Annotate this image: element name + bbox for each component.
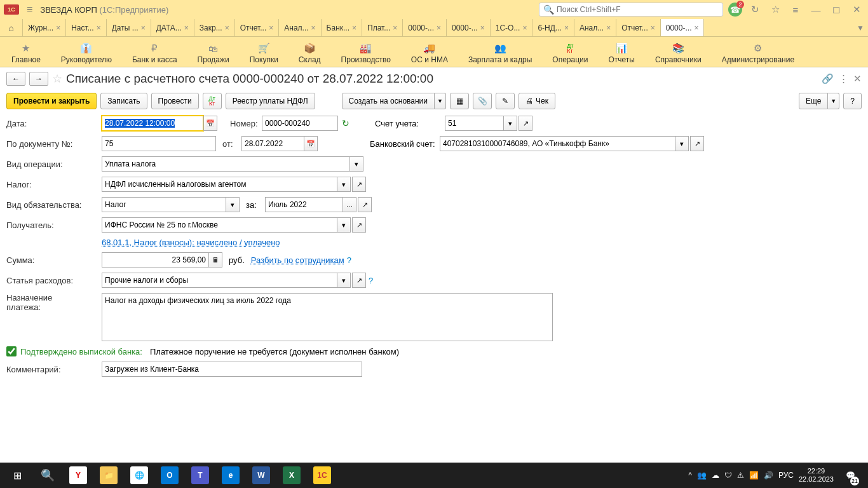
open-icon[interactable]: ↗ [352, 177, 366, 192]
nav-item[interactable]: 🚚ОС и НМА [407, 40, 452, 67]
tab-close-icon[interactable]: × [606, 24, 611, 32]
tab[interactable]: Плат...× [362, 19, 403, 36]
more-icon[interactable]: ⋮ [839, 73, 848, 85]
tab[interactable]: Закр...× [194, 19, 235, 36]
chevron-down-icon[interactable]: ▾ [337, 273, 351, 288]
tab[interactable]: Анал...× [279, 19, 321, 36]
tab-close-icon[interactable]: × [184, 24, 189, 32]
calendar-icon[interactable]: 📅 [304, 136, 318, 151]
tab-close-icon[interactable]: × [393, 24, 397, 32]
amount-input[interactable] [102, 252, 208, 268]
docnum-input[interactable] [102, 136, 216, 151]
tab-close-icon[interactable]: × [564, 24, 569, 32]
explorer-icon[interactable]: 📁 [94, 463, 123, 488]
tray-volume-icon[interactable]: 🔊 [764, 471, 773, 480]
attach-button[interactable]: 📎 [473, 93, 492, 109]
open-icon[interactable]: ↗ [519, 116, 532, 131]
create-based-button[interactable]: Создать на основании ▼ [342, 93, 447, 109]
check-button[interactable]: 🖨Чек [519, 93, 555, 109]
za-input[interactable] [265, 197, 342, 212]
calendar-icon[interactable]: 📅 [203, 116, 217, 131]
tab-close-icon[interactable]: × [141, 24, 146, 32]
obligation-input[interactable] [102, 197, 226, 212]
tab-close-icon[interactable]: × [269, 24, 273, 32]
tab-close-icon[interactable]: × [651, 24, 655, 32]
chevron-down-icon[interactable]: ▼ [828, 93, 839, 109]
outlook-icon[interactable]: O [155, 463, 184, 488]
nav-item[interactable]: 📚Справочники [651, 40, 705, 67]
tab-close-icon[interactable]: × [352, 24, 356, 32]
tray-teams-icon[interactable]: 👥 [697, 471, 707, 480]
tab[interactable]: Журн...× [23, 19, 66, 36]
notifications-icon[interactable]: ☎ [728, 3, 742, 17]
refresh-icon[interactable]: ↻ [342, 118, 349, 128]
tab-close-icon[interactable]: × [480, 24, 485, 32]
optype-input[interactable] [102, 156, 349, 172]
teams-icon[interactable]: T [186, 463, 215, 488]
action-center-icon[interactable]: 💬21 [839, 463, 862, 488]
tax-input[interactable] [102, 177, 337, 192]
chevron-down-icon[interactable]: ▾ [337, 217, 351, 233]
close-doc-icon[interactable]: ✕ [853, 73, 862, 85]
tab[interactable]: Анал...× [574, 19, 616, 36]
chevron-down-icon[interactable]: ▾ [349, 156, 363, 172]
maximize-icon[interactable]: ◻ [829, 2, 844, 17]
write-button[interactable]: Записать [100, 93, 147, 109]
tab-close-icon[interactable]: × [97, 24, 101, 32]
ndfl-registry-button[interactable]: Реестр уплаты НДФЛ [226, 93, 315, 109]
nav-item[interactable]: 🛍Продажи [194, 40, 233, 67]
recipient-input[interactable] [102, 217, 337, 233]
open-icon[interactable]: ↗ [352, 273, 366, 288]
nav-item[interactable]: 📦Склад [295, 40, 325, 67]
structure-button[interactable]: ▦ [450, 93, 469, 109]
calc-icon[interactable]: 🖩 [208, 252, 222, 268]
post-button[interactable]: Провести [151, 93, 199, 109]
nav-item[interactable]: ДтКтОперации [548, 40, 592, 67]
expense-input[interactable] [102, 273, 337, 288]
tab[interactable]: 0000-...× [403, 19, 447, 36]
filter-icon[interactable]: ≡ [788, 2, 803, 17]
confirmed-label[interactable]: Подтверждено выпиской банка: [20, 347, 142, 356]
home-tab[interactable]: ⌂ [0, 19, 23, 36]
tray-security-icon[interactable]: 🛡 [724, 471, 732, 480]
save-close-button[interactable]: Провести и закрыть [6, 93, 97, 109]
tab[interactable]: 6-НД...× [532, 19, 574, 36]
edit-button[interactable]: ✎ [496, 93, 515, 109]
tab[interactable]: Даты ...× [107, 19, 151, 36]
nav-item[interactable]: 🛒Покупки [246, 40, 282, 67]
tab[interactable]: 0000-...× [447, 19, 491, 36]
minimize-icon[interactable]: — [808, 2, 824, 17]
word-icon[interactable]: W [247, 463, 276, 488]
comment-input[interactable] [102, 362, 362, 377]
nav-item[interactable]: ★Главное [8, 40, 44, 67]
date-input[interactable]: 28.07.2022 12:00:00 [102, 116, 203, 131]
search-input[interactable] [557, 5, 719, 14]
history-icon[interactable]: ↻ [747, 2, 763, 17]
chevron-down-icon[interactable]: ▼ [435, 93, 446, 109]
forward-button[interactable]: → [29, 72, 48, 86]
help-button[interactable]: ? [843, 93, 862, 109]
nav-item[interactable]: ⚙Администрирование [718, 40, 798, 67]
tab-close-icon[interactable]: × [694, 24, 698, 32]
confirmed-checkbox[interactable] [6, 346, 17, 356]
menu-icon[interactable]: ≡ [24, 4, 35, 15]
tab[interactable]: ДАТА...× [151, 19, 194, 36]
tray-wifi-icon[interactable]: 📶 [749, 471, 759, 480]
tab[interactable]: Банк...× [322, 19, 362, 36]
tab[interactable]: Отчет...× [235, 19, 280, 36]
chevron-down-icon[interactable]: ▾ [675, 136, 689, 151]
bank-account-input[interactable] [440, 136, 675, 151]
back-button[interactable]: ← [6, 72, 25, 86]
tab[interactable]: 0000-...× [661, 19, 705, 36]
chevron-down-icon[interactable]: ▾ [337, 177, 351, 192]
star-icon[interactable]: ☆ [52, 72, 62, 86]
number-input[interactable] [262, 116, 338, 131]
tab[interactable]: Наст...× [66, 19, 107, 36]
help-icon[interactable]: ? [369, 276, 373, 285]
tray-expand-icon[interactable]: ^ [688, 471, 692, 480]
dtkt-button[interactable]: ДтКт [203, 93, 222, 109]
account-input[interactable] [445, 116, 503, 131]
ellipsis-icon[interactable]: … [342, 197, 356, 212]
nav-item[interactable]: 👔Руководителю [57, 40, 116, 67]
open-icon[interactable]: ↗ [352, 217, 366, 233]
